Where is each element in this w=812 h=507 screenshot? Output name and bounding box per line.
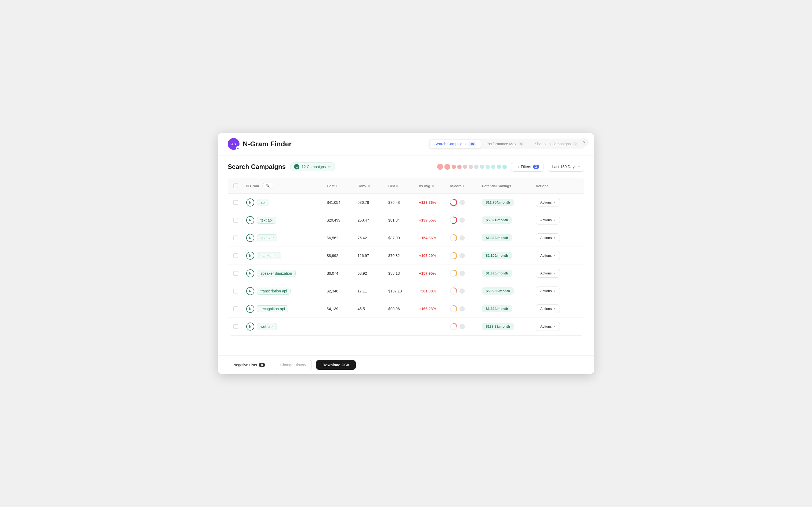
nscore-cell-2: i [450,216,482,224]
info-icon-7[interactable]: i [459,306,465,312]
row-checkbox-8[interactable] [233,324,246,329]
cpa-cell-6: $137.13 [388,289,419,293]
campaigns-badge-icon: C [294,164,299,169]
ngram-search[interactable]: 🔍 [263,183,273,189]
col-vs-avg[interactable]: vs Avg. [419,184,450,188]
sort-conv-icon [368,185,370,187]
campaigns-badge[interactable]: C 12 Campaigns ✏ [290,162,335,171]
nscore-ring-7 [450,305,457,313]
table-row: N diarization $8,992 126.97 $70.82 +107.… [228,247,584,265]
col-nscore[interactable]: nScore ▾ [450,184,482,188]
actions-chevron-icon-4: ▾ [554,254,555,257]
select-all-checkbox[interactable] [233,183,246,188]
row-checkbox-2[interactable] [233,218,246,223]
dot-8 [480,165,484,169]
conv-cell-2: 250.47 [358,218,389,222]
actions-button-5[interactable]: Actions ▾ [536,269,560,278]
ngram-icon-5: N [246,269,254,277]
search-icon: 🔍 [266,184,270,188]
tab-performance-max[interactable]: Performance Max 0 [482,139,529,148]
savings-cell-2: $5,591/month [482,216,536,224]
ngram-chip-3: N speaker [246,234,327,242]
nscore-ring-4 [450,252,457,260]
table-row: N transcription api $2,346 17.11 $137.13… [228,282,584,300]
nscore-cell-3: i [450,234,482,242]
savings-cell-6: $565.63/month [482,287,536,295]
actions-button-3[interactable]: Actions ▾ [536,233,560,242]
vsavg-cell-1: +123.86% [419,200,450,205]
ngram-label-2: text api [257,217,276,224]
nscore-ring-6 [450,287,457,295]
dot-5 [463,165,467,169]
actions-cell-7: Actions ▾ [536,304,579,313]
nscore-ring-8 [450,323,457,330]
info-icon-8[interactable]: i [459,324,465,329]
row-checkbox-7[interactable] [233,306,246,311]
cost-cell-5: $6,074 [327,271,358,276]
info-icon-2[interactable]: i [459,218,465,223]
info-icon-4[interactable]: i [459,253,465,258]
tab-shopping-campaigns[interactable]: Shopping Campaigns 0 [530,139,583,148]
ngram-icon-4: N [246,251,254,260]
download-csv-button[interactable]: Download CSV [316,360,356,370]
dot-12 [503,165,507,169]
table-row: N text api $20,499 250.47 $81.84 +139.55… [228,211,584,229]
row-checkbox-5[interactable] [233,271,246,276]
negative-lists-button[interactable]: Negative Lists 8 [228,360,271,370]
tab-search-campaigns[interactable]: Search Campaigns 16 [429,139,481,148]
info-icon-3[interactable]: i [459,235,465,241]
sort-cost-icon [336,185,337,187]
info-icon-5[interactable]: i [459,271,465,276]
table-header: N-Gram 🔍 Cost Conv. CPA [228,178,584,193]
actions-button-1[interactable]: Actions ▾ [536,198,560,207]
col-potential-savings: Potential Savings [482,184,536,188]
col-conv[interactable]: Conv. [358,184,389,188]
dot-9 [485,165,490,169]
nav-tabs: Search Campaigns 16 Performance Max 0 Sh… [428,138,584,149]
row-checkbox-1[interactable] [233,200,246,205]
nscore-cell-4: i [450,252,482,260]
data-table: N-Gram 🔍 Cost Conv. CPA [228,178,584,336]
actions-button-2[interactable]: Actions ▾ [536,216,560,225]
cost-cell-3: $6,562 [327,236,358,240]
actions-button-8[interactable]: Actions ▾ [536,322,560,331]
app-title: N-Gram Finder [243,140,292,148]
close-button[interactable]: × [580,138,589,147]
change-history-button[interactable]: Change History [275,360,312,370]
row-checkbox-3[interactable] [233,235,246,240]
actions-chevron-icon-8: ▾ [554,325,555,328]
row-checkbox-4[interactable] [233,253,246,258]
savings-cell-3: $1,833/month [482,234,536,241]
ngram-chip-7: N recognition api [246,305,327,313]
avatar-badge [236,146,240,150]
info-icon-1[interactable]: i [459,200,465,205]
savings-cell-5: $1,336/month [482,270,536,277]
header: AS N-Gram Finder Search Campaigns 16 Per… [218,133,594,156]
col-cpa[interactable]: CPA [388,184,419,188]
actions-chevron-icon-7: ▾ [554,307,555,310]
date-range-button[interactable]: Last 180 Days ▾ [548,162,585,172]
actions-cell-3: Actions ▾ [536,233,579,242]
conv-cell-5: 68.92 [358,271,389,276]
info-icon-6[interactable]: i [459,288,465,294]
close-icon: × [583,140,585,145]
filters-button[interactable]: ⊟ Filters 3 [511,162,543,172]
vsavg-cell-3: +154.66% [419,236,450,240]
actions-button-7[interactable]: Actions ▾ [536,304,560,313]
actions-button-4[interactable]: Actions ▾ [536,251,560,260]
cpa-cell-7: $90.96 [388,307,419,311]
row-checkbox-6[interactable] [233,289,246,293]
cost-cell-4: $8,992 [327,253,358,258]
col-cost[interactable]: Cost [327,184,358,188]
edit-icon[interactable]: ✏ [328,165,331,169]
avatar: AS [228,138,239,150]
actions-button-6[interactable]: Actions ▾ [536,287,560,295]
actions-chevron-icon-6: ▾ [554,289,555,292]
cost-cell-6: $2,346 [327,289,358,293]
cpa-cell-3: $87.00 [388,236,419,240]
ngram-label-8: web api [257,323,277,330]
dot-6 [469,165,473,169]
nscore-cell-7: i [450,305,482,313]
ngram-chip-6: N transcription api [246,287,327,295]
bottom-bar: Negative Lists 8 Change History Download… [218,355,594,374]
